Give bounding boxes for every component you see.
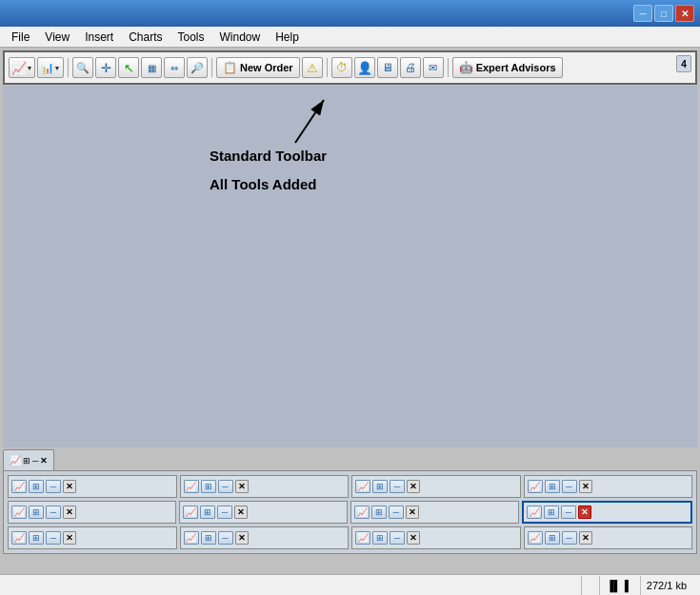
- expert-advisors-icon: 🤖: [459, 61, 473, 74]
- win-chart-btn-2-1[interactable]: 📈: [11, 506, 27, 519]
- win-chart-btn-1-1[interactable]: 📈: [11, 480, 27, 493]
- menu-help[interactable]: Help: [268, 29, 307, 46]
- win-chart-btn-3-1[interactable]: 📈: [11, 531, 27, 545]
- close-button[interactable]: ✕: [675, 5, 694, 22]
- win-min-btn-2-4[interactable]: ─: [561, 506, 576, 519]
- expert-advisors-button[interactable]: 🤖 Expert Advisors: [452, 57, 563, 78]
- win-close-btn-1-1[interactable]: ✕: [63, 480, 76, 493]
- menu-window[interactable]: Window: [212, 29, 269, 46]
- win-restore-btn-1-1[interactable]: ⊞: [29, 480, 44, 493]
- win-restore-btn-3-2[interactable]: ⊞: [201, 531, 216, 545]
- mini-window-2-2: 📈 ⊞ ─ ✕: [179, 501, 348, 524]
- new-order-button[interactable]: 📋 New Order: [216, 57, 300, 78]
- mini-window-3-2: 📈 ⊞ ─ ✕: [180, 526, 350, 549]
- win-close-btn-3-2[interactable]: ✕: [235, 531, 249, 545]
- menu-file[interactable]: File: [4, 29, 37, 46]
- win-close-btn-3-1[interactable]: ✕: [63, 531, 76, 545]
- win-min-btn-1-3[interactable]: ─: [390, 480, 405, 493]
- history-button[interactable]: ⏱: [331, 57, 352, 78]
- minimize-button[interactable]: ─: [633, 5, 652, 22]
- win-chart-btn-2-2[interactable]: 📈: [183, 506, 198, 519]
- win-min-btn-2-2[interactable]: ─: [217, 506, 232, 519]
- win-min-btn-2-3[interactable]: ─: [389, 506, 404, 519]
- win-restore-btn-2-4[interactable]: ⊞: [544, 506, 559, 519]
- chart-scroll-button[interactable]: ⇔: [164, 57, 185, 78]
- new-order-icon: 📋: [223, 61, 237, 74]
- win-close-btn-2-3[interactable]: ✕: [406, 506, 419, 519]
- win-chart-btn-3-4[interactable]: 📈: [528, 531, 543, 545]
- win-close-btn-2-1[interactable]: ✕: [63, 506, 76, 519]
- mini-window-3-3: 📈 ⊞ ─ ✕: [351, 526, 521, 549]
- mini-window-1-2: 📈 ⊞ ─ ✕: [180, 475, 350, 498]
- terminal-icon: 🖥: [382, 61, 393, 74]
- menu-view[interactable]: View: [37, 29, 77, 46]
- win-chart-btn-1-4[interactable]: 📈: [528, 480, 543, 493]
- mini-window-1-3: 📈 ⊞ ─ ✕: [351, 475, 521, 498]
- email-button[interactable]: ✉: [423, 57, 444, 78]
- win-min-btn-1-1[interactable]: ─: [46, 480, 61, 493]
- status-size: 272/1 kb: [640, 576, 692, 595]
- win-min-btn-1-4[interactable]: ─: [562, 480, 577, 493]
- print-button[interactable]: 🖨: [400, 57, 421, 78]
- bottom-panel: 📈 ⊞ ─ ✕ 📈 ⊞ ─ ✕ 📈 ⊞ ─ ✕ 📈 ⊞ ─: [3, 447, 697, 574]
- win-restore-btn-3-1[interactable]: ⊞: [29, 531, 44, 545]
- win-restore-btn-3-4[interactable]: ⊞: [545, 531, 560, 545]
- toolbar-corner-number: 4: [676, 55, 691, 72]
- crosshair-button[interactable]: ✛: [95, 57, 116, 78]
- win-restore-btn-1-4[interactable]: ⊞: [545, 480, 560, 493]
- win-close-btn-2-4[interactable]: ✕: [578, 506, 591, 519]
- win-close-btn-3-3[interactable]: ✕: [407, 531, 420, 545]
- win-min-btn-3-3[interactable]: ─: [390, 531, 405, 545]
- win-chart-btn-2-4[interactable]: 📈: [527, 506, 542, 519]
- crosshair-icon: ✛: [101, 61, 111, 75]
- zoom-icon: 🔍: [76, 62, 90, 74]
- period-sep-button[interactable]: ▦: [141, 57, 162, 78]
- win-chart-btn-2-3[interactable]: 📈: [354, 506, 370, 519]
- tab-restore-icon: ⊞: [23, 456, 30, 466]
- win-min-btn-3-4[interactable]: ─: [562, 531, 577, 545]
- win-min-btn-2-1[interactable]: ─: [46, 506, 61, 519]
- menu-charts[interactable]: Charts: [121, 29, 170, 46]
- info-button[interactable]: ⚠: [302, 57, 323, 78]
- accounts-button[interactable]: 👤: [354, 57, 375, 78]
- maximize-button[interactable]: □: [654, 5, 673, 22]
- win-chart-btn-3-2[interactable]: 📈: [184, 531, 199, 545]
- win-chart-btn-1-2[interactable]: 📈: [184, 480, 199, 493]
- zoom-in-button[interactable]: 🔎: [187, 57, 208, 78]
- win-restore-btn-2-1[interactable]: ⊞: [29, 506, 44, 519]
- win-min-btn-3-2[interactable]: ─: [218, 531, 233, 545]
- win-close-btn-2-2[interactable]: ✕: [234, 506, 248, 519]
- win-restore-btn-2-2[interactable]: ⊞: [200, 506, 215, 519]
- annotation-container: Standard Toolbar All Tools Added: [171, 90, 410, 214]
- win-chart-btn-3-3[interactable]: 📈: [355, 531, 370, 545]
- menu-tools[interactable]: Tools: [170, 29, 212, 46]
- win-restore-btn-1-2[interactable]: ⊞: [201, 480, 216, 493]
- size-text: 272/1 kb: [647, 580, 687, 591]
- window-tab-1[interactable]: 📈 ⊞ ─ ✕: [3, 449, 54, 470]
- tab-close-icon[interactable]: ✕: [40, 456, 48, 466]
- mini-window-3-1: 📈 ⊞ ─ ✕: [8, 526, 177, 549]
- new-chart-button[interactable]: 📈 ▼: [9, 57, 35, 78]
- win-min-btn-1-2[interactable]: ─: [218, 480, 233, 493]
- win-close-btn-3-4[interactable]: ✕: [579, 531, 592, 545]
- win-close-btn-1-3[interactable]: ✕: [407, 480, 420, 493]
- win-close-btn-1-4[interactable]: ✕: [579, 480, 592, 493]
- separator-4: [448, 58, 449, 77]
- win-restore-btn-2-3[interactable]: ⊞: [371, 506, 387, 519]
- chart-type-button[interactable]: 📊 ▼: [37, 57, 64, 78]
- win-close-btn-1-2[interactable]: ✕: [235, 480, 249, 493]
- terminal-button[interactable]: 🖥: [377, 57, 398, 78]
- cursor-button[interactable]: ↖: [118, 57, 139, 78]
- info-icon: ⚠: [307, 61, 318, 75]
- menu-insert[interactable]: Insert: [77, 29, 121, 46]
- title-bar: ─ □ ✕: [0, 0, 700, 27]
- zoom-button[interactable]: 🔍: [72, 57, 93, 78]
- status-bars-icon: ▐▌▐: [599, 576, 633, 595]
- accounts-icon: 👤: [357, 61, 372, 75]
- win-restore-btn-3-3[interactable]: ⊞: [372, 531, 388, 545]
- win-chart-btn-1-3[interactable]: 📈: [355, 480, 370, 493]
- mini-window-1-1: 📈 ⊞ ─ ✕: [8, 475, 177, 498]
- win-min-btn-3-1[interactable]: ─: [46, 531, 61, 545]
- win-restore-btn-1-3[interactable]: ⊞: [372, 480, 388, 493]
- separator-2: [211, 58, 212, 77]
